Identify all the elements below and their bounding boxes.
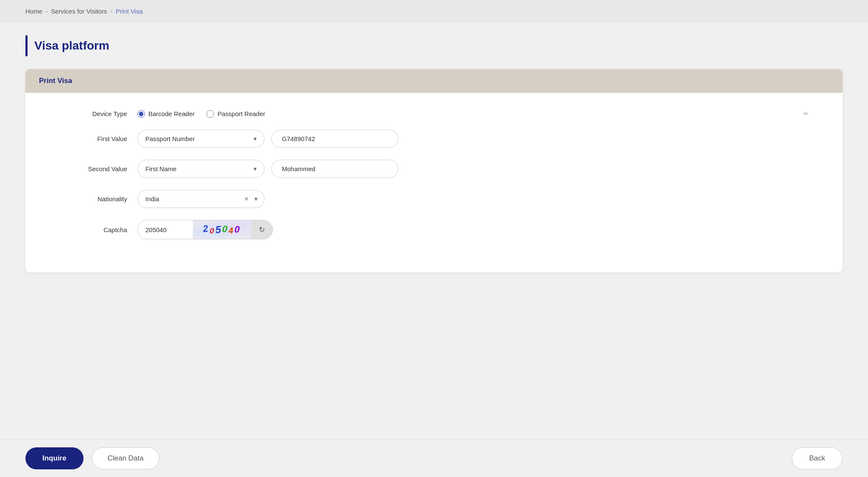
device-type-controls: Barcode Reader Passport Reader ✏ <box>137 110 809 118</box>
inquire-button[interactable]: Inquire <box>25 447 83 469</box>
captcha-wrapper: 2 0 5 0 4 0 ↻ <box>137 220 273 239</box>
second-value-controls: First Name Last Name Passport Number ▼ <box>137 160 809 178</box>
first-value-select-wrapper: Passport Number First Name Last Name ▼ <box>137 130 264 148</box>
first-value-select[interactable]: Passport Number First Name Last Name <box>137 130 264 148</box>
barcode-reader-option[interactable]: Barcode Reader <box>137 110 195 118</box>
second-value-select-wrapper: First Name Last Name Passport Number ▼ <box>137 160 264 178</box>
captcha-controls: 2 0 5 0 4 0 ↻ <box>137 220 809 239</box>
device-type-row: Device Type Barcode Reader Passport Read… <box>59 110 809 118</box>
page-title-bar <box>25 35 28 56</box>
nationality-label: Nationality <box>59 195 127 202</box>
breadcrumb-services[interactable]: Services for Visitors <box>51 8 107 15</box>
breadcrumb-sep1: › <box>46 8 47 14</box>
page-title-wrapper: Visa platform <box>25 35 843 56</box>
nationality-controls: India Pakistan Bangladesh UAE × ▼ <box>137 190 809 208</box>
nationality-wrapper: India Pakistan Bangladesh UAE × ▼ <box>137 190 264 208</box>
clean-data-button[interactable]: Clean Data <box>92 447 159 469</box>
bottom-bar: Inquire Clean Data Back <box>0 439 868 477</box>
captcha-char-6: 0 <box>234 224 242 236</box>
breadcrumb-current: Print Visa <box>116 8 143 15</box>
passport-reader-option[interactable]: Passport Reader <box>206 110 265 118</box>
second-value-label: Second Value <box>59 165 127 172</box>
print-visa-card: Print Visa Device Type Barcode Reader Pa… <box>25 69 843 272</box>
page-title: Visa platform <box>34 39 109 53</box>
barcode-reader-radio[interactable] <box>137 110 145 118</box>
captcha-image: 2 0 5 0 4 0 <box>193 220 251 239</box>
captcha-refresh-button[interactable]: ↻ <box>251 220 273 239</box>
captcha-label: Captcha <box>59 226 127 233</box>
second-value-select[interactable]: First Name Last Name Passport Number <box>137 160 264 178</box>
first-value-controls: Passport Number First Name Last Name ▼ <box>137 130 809 148</box>
device-type-edit-icon[interactable]: ✏ <box>803 110 809 118</box>
device-type-label: Device Type <box>59 110 127 117</box>
captcha-input[interactable] <box>138 221 193 239</box>
page-content: Visa platform Print Visa Device Type Bar… <box>0 22 868 474</box>
second-value-input[interactable] <box>271 160 398 178</box>
first-value-input[interactable] <box>271 130 398 148</box>
device-type-radio-group: Barcode Reader Passport Reader <box>137 110 796 118</box>
captcha-char-2: 0 <box>209 226 215 236</box>
card-body: Device Type Barcode Reader Passport Read… <box>25 93 843 272</box>
captcha-row: Captcha 2 0 5 0 4 0 ↻ <box>59 220 809 239</box>
nationality-clear-button[interactable]: × <box>245 196 248 202</box>
second-value-row: Second Value First Name Last Name Passpo… <box>59 160 809 178</box>
barcode-reader-label: Barcode Reader <box>148 110 195 117</box>
breadcrumb: Home › Services for Visitors › Print Vis… <box>0 0 868 22</box>
passport-reader-radio[interactable] <box>206 110 214 118</box>
card-header: Print Visa <box>25 69 843 93</box>
card-header-title: Print Visa <box>39 77 72 85</box>
first-value-row: First Value Passport Number First Name L… <box>59 130 809 148</box>
nationality-row: Nationality India Pakistan Bangladesh UA… <box>59 190 809 208</box>
first-value-label: First Value <box>59 135 127 142</box>
breadcrumb-sep2: › <box>111 8 112 14</box>
back-button[interactable]: Back <box>792 447 843 469</box>
breadcrumb-home[interactable]: Home <box>25 8 42 15</box>
passport-reader-label: Passport Reader <box>217 110 265 117</box>
